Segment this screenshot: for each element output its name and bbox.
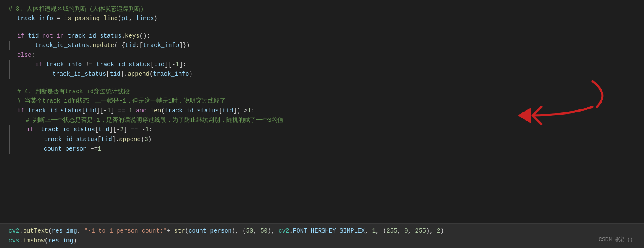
comment-token: # 3. 人体和违规区域的判断（人体状态追踪判断） (9, 4, 146, 14)
code-line-13: # 判断上一个状态是否是-1，是否的话说明穿过线段，为了防止继续判别，随机的赋了… (0, 115, 644, 125)
code-line-1: # 3. 人体和违规区域的判断（人体状态追踪判断） (0, 4, 644, 14)
code-line-10: # 4. 判断是否有track_id穿过统计线段 (0, 87, 644, 96)
bottom-code-line2: cvs.imshow(res_img) (9, 236, 635, 245)
watermark: CSDN @柒（） (599, 236, 635, 245)
bottom-code-line1: cv2.putText(res_img, "-1 to 1 person_cou… (9, 226, 635, 236)
code-line-2: track_info = is_passing_line ( pt , line… (0, 14, 644, 23)
code-editor: # 3. 人体和违规区域的判断（人体状态追踪判断） track_info = i… (0, 0, 644, 248)
code-line-9 (0, 79, 644, 87)
code-line-15: track_id_status [ tid ]. append ( 3 ) (9, 135, 644, 144)
code-line-11: # 当某个track_id的状态，上一帧是-1，但是这一帧是1时，说明穿过线段了 (0, 96, 644, 106)
code-line-16: count_person += 1 (9, 144, 644, 154)
code-line-7: if track_info != track_id_status [ tid ]… (9, 60, 644, 69)
code-line-14: if track_id_status [ tid ][- 2 ] == - 1 … (9, 125, 644, 134)
code-line-3 (0, 24, 644, 31)
code-line-6: else : (0, 50, 644, 60)
code-line-4: if tid not in track_id_status . keys (): (0, 31, 644, 41)
code-line-12: if track_id_status [ tid ][- 1 ] == 1 an… (0, 106, 644, 115)
code-line-5: track_id_status . update ( { tid :[ trac… (9, 41, 644, 50)
code-line-8: track_id_status [ tid ]. append ( track_… (9, 69, 644, 79)
var-token: track_info (17, 14, 53, 23)
bottom-bar: cv2.putText(res_img, "-1 to 1 person_cou… (0, 223, 644, 248)
